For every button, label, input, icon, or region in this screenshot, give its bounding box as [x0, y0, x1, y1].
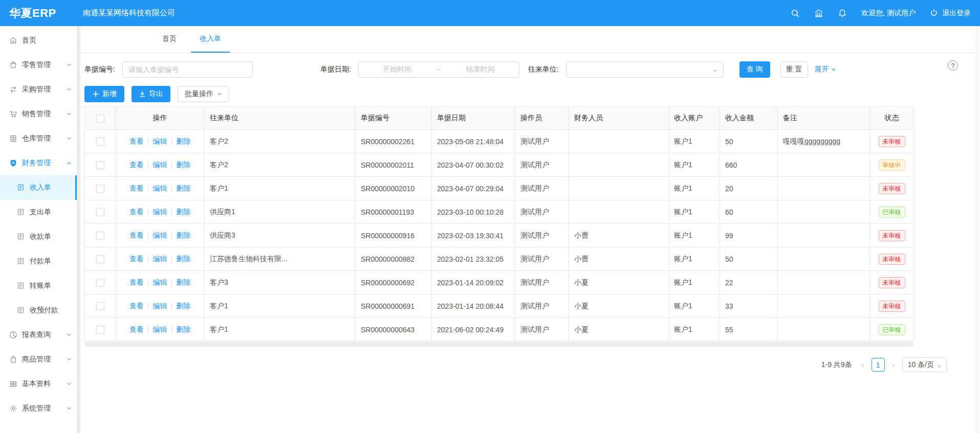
tab-income-bill[interactable]: 收入单 [191, 26, 230, 53]
table-row: 查看|编辑|删除客户2SR000000022612023-05-08 21:48… [85, 130, 914, 153]
row-checkbox[interactable] [96, 302, 104, 310]
col-partner: 往来单位 [205, 107, 356, 130]
chevron-down-icon [67, 136, 72, 141]
horizontal-scrollbar[interactable] [84, 342, 913, 347]
view-link[interactable]: 查看 [129, 302, 144, 310]
delete-link[interactable]: 删除 [176, 208, 190, 216]
logout-button[interactable]: 退出登录 [930, 9, 971, 18]
edit-link[interactable]: 编辑 [153, 255, 167, 263]
select-all-checkbox[interactable] [96, 115, 104, 123]
sidebar-item-转账单[interactable]: 转账单 [0, 274, 77, 298]
edit-link[interactable]: 编辑 [153, 161, 167, 169]
sidebar-item-系统管理[interactable]: 系统管理 [0, 396, 77, 421]
col-remark: 备注 [778, 107, 870, 130]
help-icon[interactable]: ? [948, 60, 958, 71]
view-link[interactable]: 查看 [129, 184, 144, 192]
delete-link[interactable]: 删除 [176, 325, 190, 333]
action-separator: | [171, 137, 173, 145]
delete-link[interactable]: 删除 [176, 278, 190, 286]
reset-button[interactable]: 重 置 [780, 61, 808, 78]
delete-link[interactable]: 删除 [176, 255, 190, 263]
col-finance-staff: 财务人员 [569, 107, 669, 130]
bill-date-label: 单据日期: [320, 65, 351, 74]
search-button[interactable]: 查 询 [739, 61, 770, 78]
col-income-account: 收入账户 [669, 107, 720, 130]
doc-icon [17, 233, 25, 241]
sidebar-item-财务管理[interactable]: 财务管理 [0, 151, 77, 175]
edit-link[interactable]: 编辑 [153, 325, 167, 333]
sidebar-item-商品管理[interactable]: 商品管理 [0, 347, 77, 372]
sidebar-item-仓库管理[interactable]: 仓库管理 [0, 126, 77, 151]
vertical-scrollbar[interactable] [976, 26, 980, 433]
cell-remark: 嘎嘎嘎ggggggggg [778, 130, 870, 153]
row-checkbox[interactable] [96, 185, 104, 193]
view-link[interactable]: 查看 [129, 325, 144, 333]
sidebar-item-收款单[interactable]: 收款单 [0, 224, 77, 249]
tab-home[interactable]: 首页 [154, 26, 185, 53]
delete-link[interactable]: 删除 [176, 231, 190, 239]
row-checkbox[interactable] [96, 232, 104, 240]
view-link[interactable]: 查看 [129, 231, 144, 239]
cell-partner: 客户1 [205, 294, 356, 318]
sidebar-item-零售管理[interactable]: 零售管理 [0, 53, 77, 77]
view-link[interactable]: 查看 [129, 161, 144, 169]
page-size-select[interactable]: 10 条/页 [902, 357, 947, 372]
prev-page-button[interactable]: ‹ [858, 360, 867, 369]
bank-icon[interactable] [814, 9, 823, 18]
delete-link[interactable]: 删除 [176, 302, 190, 310]
expand-link[interactable]: 展开 [815, 65, 836, 74]
page-number-1[interactable]: 1 [872, 358, 885, 372]
sidebar-item-付款单[interactable]: 付款单 [0, 249, 77, 274]
row-checkbox[interactable] [96, 138, 104, 146]
view-link[interactable]: 查看 [129, 137, 144, 145]
row-checkbox[interactable] [96, 279, 104, 287]
sidebar-item-收入单[interactable]: 收入单 [0, 175, 77, 200]
row-checkbox[interactable] [96, 161, 104, 169]
edit-link[interactable]: 编辑 [153, 184, 167, 192]
row-checkbox[interactable] [96, 326, 104, 334]
cell-finance-staff: 小夏 [569, 294, 669, 318]
doc-icon [17, 306, 25, 314]
date-range-picker[interactable]: 开始时间 ~ 结束时间 [358, 61, 519, 78]
delete-link[interactable]: 删除 [176, 184, 190, 192]
sidebar-item-销售管理[interactable]: 销售管理 [0, 102, 77, 126]
expand-label: 展开 [815, 65, 829, 74]
delete-link[interactable]: 删除 [176, 137, 190, 145]
bell-icon[interactable] [838, 9, 847, 18]
bill-no-input[interactable] [123, 65, 252, 74]
delete-link[interactable]: 删除 [176, 161, 190, 169]
edit-link[interactable]: 编辑 [153, 278, 167, 286]
view-link[interactable]: 查看 [129, 278, 144, 286]
income-bill-table: 操作 往来单位 单据编号 单据日期 操作员 财务人员 收入账户 收入金额 备注 … [84, 106, 913, 341]
add-button[interactable]: 新增 [84, 86, 124, 102]
sidebar-item-收预付款[interactable]: 收预付款 [0, 298, 77, 323]
batch-operations-button[interactable]: 批量操作 [178, 86, 229, 102]
cell-remark [778, 271, 870, 294]
chevron-down-icon [67, 406, 72, 411]
sidebar-item-基本资料[interactable]: 基本资料 [0, 372, 77, 396]
partner-select[interactable] [566, 61, 724, 78]
download-icon [139, 90, 146, 98]
search-icon[interactable] [791, 9, 800, 18]
sidebar-item-报表查询[interactable]: 报表查询 [0, 323, 77, 347]
row-checkbox[interactable] [96, 255, 104, 263]
bill-no-label: 单据编号: [84, 65, 115, 74]
cell-operator: 测试用户 [515, 318, 569, 341]
edit-link[interactable]: 编辑 [153, 302, 167, 310]
view-link[interactable]: 查看 [129, 208, 144, 216]
cell-partner: 客户2 [205, 130, 356, 153]
edit-link[interactable]: 编辑 [153, 137, 167, 145]
edit-link[interactable]: 编辑 [153, 208, 167, 216]
status-badge: 未审核 [879, 183, 905, 194]
next-page-button[interactable]: › [889, 360, 898, 369]
sidebar-item-支出单[interactable]: 支出单 [0, 200, 77, 224]
sidebar-item-首页[interactable]: 首页 [0, 28, 77, 53]
action-separator: | [147, 278, 149, 286]
export-button[interactable]: 导出 [132, 86, 170, 102]
view-link[interactable]: 查看 [129, 255, 144, 263]
action-separator: | [171, 161, 173, 169]
sidebar-item-采购管理[interactable]: 采购管理 [0, 77, 77, 102]
edit-link[interactable]: 编辑 [153, 231, 167, 239]
cell-bill-date: 2023-01-14 20:08:44 [432, 294, 515, 318]
row-checkbox[interactable] [96, 208, 104, 216]
